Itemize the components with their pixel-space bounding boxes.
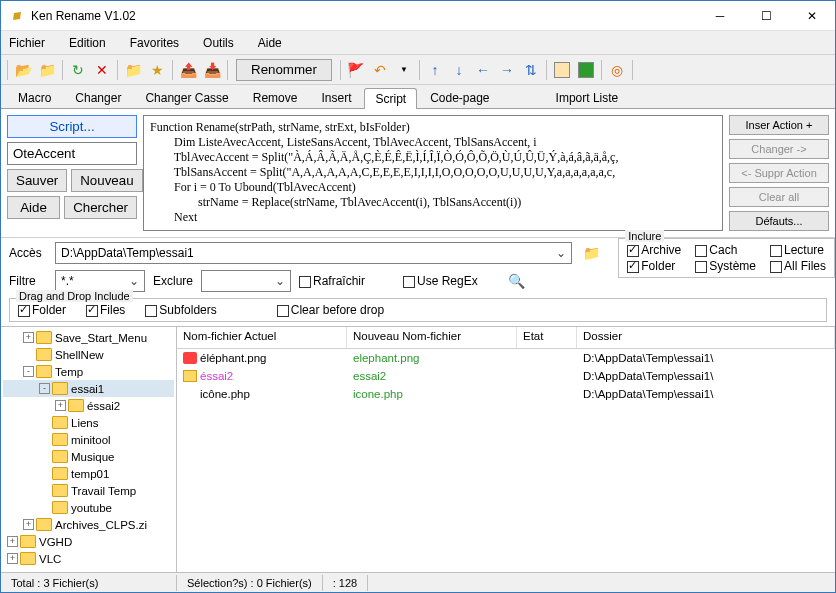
- tree-item[interactable]: temp01: [3, 465, 174, 482]
- menu-edition[interactable]: Edition: [69, 36, 106, 50]
- drag-folder-checkbox[interactable]: Folder: [18, 303, 66, 317]
- search-icon[interactable]: 🔍: [506, 270, 528, 292]
- toolbar-import-icon[interactable]: 📥: [201, 59, 223, 81]
- toolbar-folder-icon[interactable]: 📁: [122, 59, 144, 81]
- tree-item[interactable]: +VGHD: [3, 533, 174, 550]
- path-input[interactable]: D:\AppData\Temp\essai1 ⌄: [55, 242, 572, 264]
- suppr-action-button[interactable]: <- Suppr Action: [729, 163, 829, 183]
- include-folder-checkbox[interactable]: Folder: [627, 259, 681, 273]
- filter-label: Filtre: [9, 274, 47, 288]
- titlebar[interactable]: Ken Rename V1.02 ─ ☐ ✕: [1, 1, 835, 31]
- insert-action-button[interactable]: Inser Action +: [729, 115, 829, 135]
- tab-remove[interactable]: Remove: [242, 87, 309, 108]
- menu-fichier[interactable]: Fichier: [9, 36, 45, 50]
- tree-item[interactable]: +VLC: [3, 550, 174, 567]
- toolbar-box1-icon[interactable]: [551, 59, 573, 81]
- script-button[interactable]: Script...: [7, 115, 137, 138]
- exclude-input[interactable]: ⌄: [201, 270, 291, 292]
- column-new[interactable]: Nouveau Nom-fichier: [347, 327, 517, 348]
- toolbar-up-icon[interactable]: ↑: [424, 59, 446, 81]
- tree-item[interactable]: Liens: [3, 414, 174, 431]
- rename-button[interactable]: Renommer: [236, 59, 332, 81]
- drag-drop-group: Drag and Drop Include Folder Files Subfo…: [9, 298, 827, 322]
- toolbar-undo-icon[interactable]: ↶: [369, 59, 391, 81]
- defaults-button[interactable]: Défauts...: [729, 211, 829, 231]
- toolbar-down-icon[interactable]: ↓: [448, 59, 470, 81]
- toolbar-flag-icon[interactable]: 🚩: [345, 59, 367, 81]
- toolbar-open-icon[interactable]: 📂: [12, 59, 34, 81]
- toolbar-refresh-icon[interactable]: ↻: [67, 59, 89, 81]
- menu-aide[interactable]: Aide: [258, 36, 282, 50]
- tree-item[interactable]: +Save_Start_Menu: [3, 329, 174, 346]
- tab-script[interactable]: Script: [364, 88, 417, 109]
- include-group: Inclure Archive Cach Lecture Folder Syst…: [618, 238, 835, 278]
- drag-subfolders-checkbox[interactable]: Subfolders: [145, 303, 216, 317]
- include-lecture-checkbox[interactable]: Lecture: [770, 243, 826, 257]
- tab-changer[interactable]: Changer: [64, 87, 132, 108]
- filter-input[interactable]: *.* ⌄: [55, 270, 145, 292]
- tree-item[interactable]: ShellNew: [3, 346, 174, 363]
- status-length: : 128: [323, 575, 368, 591]
- toolbar-target-icon[interactable]: ◎: [606, 59, 628, 81]
- close-button[interactable]: ✕: [789, 1, 835, 31]
- tree-item[interactable]: +éssai2: [3, 397, 174, 414]
- browse-folder-icon[interactable]: 📁: [580, 242, 602, 264]
- tab-code-page[interactable]: Code-page: [419, 87, 500, 108]
- column-current[interactable]: Nom-fichier Actuel: [177, 327, 347, 348]
- exclude-label: Exclure: [153, 274, 193, 288]
- file-row[interactable]: éléphant.pngelephant.pngD:\AppData\Temp\…: [177, 349, 835, 367]
- menu-favorites[interactable]: Favorites: [130, 36, 179, 50]
- status-selection: Sélection?s) : 0 Fichier(s): [177, 575, 323, 591]
- toolbar-sort-icon[interactable]: ⇅: [520, 59, 542, 81]
- menu-outils[interactable]: Outils: [203, 36, 234, 50]
- include-allfiles-checkbox[interactable]: All Files: [770, 259, 826, 273]
- include-cach-checkbox[interactable]: Cach: [695, 243, 756, 257]
- chevron-down-icon[interactable]: ⌄: [275, 274, 285, 288]
- toolbar-left-icon[interactable]: ←: [472, 59, 494, 81]
- toolbar-delete-icon[interactable]: ✕: [91, 59, 113, 81]
- toolbar-right-icon[interactable]: →: [496, 59, 518, 81]
- tree-item[interactable]: +Archives_CLPS.zi: [3, 516, 174, 533]
- folder-tree[interactable]: +Save_Start_MenuShellNew-Temp-essai1+éss…: [1, 327, 177, 572]
- tree-item[interactable]: minitool: [3, 431, 174, 448]
- script-name-input[interactable]: [7, 142, 137, 165]
- toolbar-star-icon[interactable]: ★: [146, 59, 168, 81]
- column-state[interactable]: Etat: [517, 327, 577, 348]
- regex-checkbox[interactable]: Use RegEx: [403, 274, 478, 288]
- chevron-down-icon[interactable]: ⌄: [129, 274, 139, 288]
- include-archive-checkbox[interactable]: Archive: [627, 243, 681, 257]
- tab-blank[interactable]: [503, 87, 543, 108]
- tab-macro[interactable]: Macro: [7, 87, 62, 108]
- maximize-button[interactable]: ☐: [743, 1, 789, 31]
- script-editor[interactable]: Function Rename(strPath, strName, strExt…: [143, 115, 723, 231]
- minimize-button[interactable]: ─: [697, 1, 743, 31]
- column-folder[interactable]: Dossier: [577, 327, 835, 348]
- find-button[interactable]: Chercher: [64, 196, 137, 219]
- file-row[interactable]: icône.phpicone.phpD:\AppData\Temp\essai1…: [177, 385, 835, 403]
- new-button[interactable]: Nouveau: [71, 169, 142, 192]
- toolbar-box2-icon[interactable]: [575, 59, 597, 81]
- toolbar-undo-dropdown-icon[interactable]: ▼: [393, 59, 415, 81]
- tree-item[interactable]: Musique: [3, 448, 174, 465]
- clear-all-button[interactable]: Clear all: [729, 187, 829, 207]
- toolbar: 📂 📁 ↻ ✕ 📁 ★ 📤 📥 Renommer 🚩 ↶ ▼ ↑ ↓ ← → ⇅…: [1, 55, 835, 85]
- drag-files-checkbox[interactable]: Files: [86, 303, 125, 317]
- refresh-checkbox[interactable]: Rafraîchir: [299, 274, 365, 288]
- tree-item[interactable]: youtube: [3, 499, 174, 516]
- toolbar-export-icon[interactable]: 📤: [177, 59, 199, 81]
- tab-insert[interactable]: Insert: [310, 87, 362, 108]
- drag-clear-checkbox[interactable]: Clear before drop: [277, 303, 384, 317]
- include-systeme-checkbox[interactable]: Système: [695, 259, 756, 273]
- help-button[interactable]: Aide: [7, 196, 60, 219]
- tab-changer-casse[interactable]: Changer Casse: [134, 87, 239, 108]
- save-button[interactable]: Sauver: [7, 169, 67, 192]
- tree-item[interactable]: -Temp: [3, 363, 174, 380]
- tree-item[interactable]: Travail Temp: [3, 482, 174, 499]
- chevron-down-icon[interactable]: ⌄: [556, 246, 566, 260]
- file-row[interactable]: éssai2essai2D:\AppData\Temp\essai1\: [177, 367, 835, 385]
- app-icon: [9, 8, 25, 24]
- tree-item[interactable]: -essai1: [3, 380, 174, 397]
- change-action-button[interactable]: Changer ->: [729, 139, 829, 159]
- toolbar-add-icon[interactable]: 📁: [36, 59, 58, 81]
- tab-import-liste[interactable]: Import Liste: [545, 87, 630, 108]
